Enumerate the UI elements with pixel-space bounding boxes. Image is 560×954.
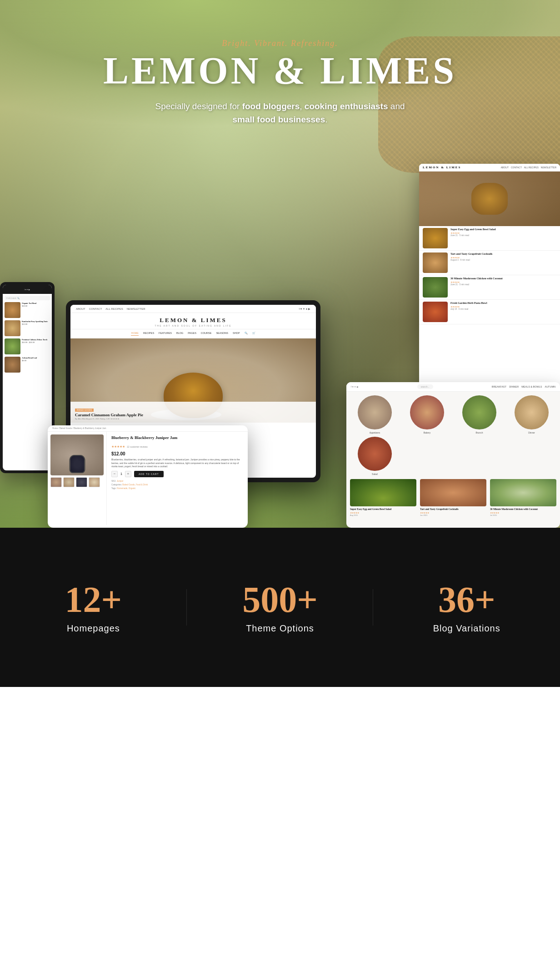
add-to-cart-button[interactable]: ADD TO CART: [134, 471, 164, 477]
mobile-topbar-label: f ♥ ✦ ▶: [25, 288, 30, 291]
category-label-dinner: Dinner: [528, 431, 535, 434]
food-thumb-1: [423, 228, 448, 248]
category-image-dinner[interactable]: [515, 395, 549, 429]
category-image-appetizers[interactable]: [358, 395, 392, 429]
nav-course[interactable]: COURSE: [201, 332, 212, 336]
category-label-appetizers: Appetizers: [370, 431, 380, 434]
grid-content: Appetizers Bakery Brunch Dinner: [346, 392, 560, 520]
article-image-3[interactable]: [490, 479, 556, 506]
article-title-2: Tart and Tasty Grapefruit Cocktails: [420, 508, 486, 510]
device-product-page: Home / Baked Goods / Blueberry & Blackbe…: [48, 425, 248, 528]
food-grid-item-bakery: Bakery: [402, 395, 452, 434]
screen-main-nav: HOME RECIPES FEATURES BLOG PAGES COURSE …: [70, 329, 316, 338]
product-thumb-1[interactable]: [50, 477, 62, 487]
product-image-4: [5, 357, 20, 373]
qty-minus-button[interactable]: −: [111, 471, 118, 477]
article-image-1[interactable]: [350, 479, 416, 506]
device-grid: f ♥ ✦ ▶ search... BREAKFAST DINNER MEALS…: [346, 382, 560, 528]
nav-cart-icon[interactable]: 🛒: [252, 332, 255, 336]
hero-tagline: Bright. Vibrant. Refreshing.: [103, 39, 457, 48]
device-mobile-left: f ♥ ✦ ▶ PURCHASE 🔍 Organic Tea Blend $18…: [0, 282, 55, 473]
right-food-item-3: 30 Minute Mushroom Chicken with Coconut …: [419, 275, 560, 300]
category-image-brunch[interactable]: [462, 395, 496, 429]
qty-plus-button[interactable]: +: [125, 471, 131, 477]
food-thumb-3: [423, 277, 448, 298]
product-price-1: $18.00: [22, 305, 50, 307]
grid-nav-dinner[interactable]: DINNER: [509, 385, 519, 388]
product-price-3: $16.99 - $24.99: [22, 341, 50, 343]
grid-article-2: Tart and Tasty Grapefruit Cocktails ★★★★…: [420, 479, 486, 516]
nav-home[interactable]: HOME: [131, 332, 139, 336]
food-grid-item-dinner: Dinner: [507, 395, 556, 434]
food-meta-4: July 15 · 6 min read: [450, 308, 556, 310]
right-food-item-4: Fresh Garden Herb Pasta Bowl ★★★★★ July …: [419, 300, 560, 324]
mobile-search[interactable]: PURCHASE 🔍: [5, 296, 50, 300]
nav-newsletter[interactable]: NEWSLETTER: [127, 308, 145, 310]
sku-value[interactable]: Juniper: [117, 480, 124, 482]
product-title-2: Kombucha Fizzy Sparkling Tonic: [22, 320, 50, 323]
nav-about[interactable]: ABOUT: [76, 308, 85, 310]
caption-meta: By: Alex Mitzi August 21, 2021 Rating: 5…: [75, 418, 311, 420]
product-gallery: [48, 432, 107, 525]
product-stars: ★★★★★: [111, 445, 125, 449]
nav-shop[interactable]: SHOP: [233, 332, 240, 336]
nav-contact[interactable]: CONTACT: [89, 308, 102, 310]
nav-seasons[interactable]: SEASONS: [216, 332, 228, 336]
food-info-4: Fresh Garden Herb Pasta Bowl ★★★★★ July …: [450, 302, 556, 322]
stat-blog-variations-label: Blog Variations: [373, 623, 560, 634]
product-title-1: Organic Tea Blend: [22, 302, 50, 304]
product-image-2: [5, 320, 20, 336]
food-meta-1: June 21 · 5 min read: [450, 234, 556, 237]
product-qty-row: − 1 + ADD TO CART: [111, 471, 243, 477]
article-title-1: Super Easy Egg and Green Bowl Salad: [350, 508, 416, 510]
right-hero-food: [471, 183, 508, 215]
screen-brand-sub: THE ART AND SOUL OF EATING AND LIFE: [70, 324, 316, 327]
nav-recipes[interactable]: ALL RECIPES: [105, 308, 123, 310]
product-thumb-4[interactable]: [89, 477, 100, 487]
grid-nav-breakfast[interactable]: BREAKFAST: [492, 385, 506, 388]
mobile-screen: f ♥ ✦ ▶ PURCHASE 🔍 Organic Tea Blend $18…: [3, 285, 52, 470]
categories-value[interactable]: Baked Goods, Food & Drink: [122, 484, 148, 486]
grid-header: f ♥ ✦ ▶ search... BREAKFAST DINNER MEALS…: [346, 382, 560, 392]
product-thumb-3[interactable]: [76, 477, 87, 487]
article-title-3: 30 Minute Mushroom Chicken with Coconut: [490, 508, 556, 510]
screen-title-area: LEMON & LIMES THE ART AND SOUL OF EATING…: [70, 313, 316, 329]
category-image-salad[interactable]: [358, 437, 392, 471]
nav-blog[interactable]: BLOG: [176, 332, 183, 336]
food-info-1: Super Easy Egg and Green Bowl Salad ★★★★…: [450, 228, 556, 248]
mobile-content: PURCHASE 🔍 Organic Tea Blend $18.00: [3, 294, 52, 377]
food-thumb-2: [423, 252, 448, 273]
mobile-search-label: PURCHASE: [6, 297, 16, 299]
nav-features[interactable]: FEATURES: [159, 332, 172, 336]
grid-article-3: 30 Minute Mushroom Chicken with Coconut …: [490, 479, 556, 516]
product-breadcrumb: Home / Baked Goods / Blueberry & Blackbe…: [48, 425, 248, 432]
hero-section: Bright. Vibrant. Refreshing. LEMON & LIM…: [0, 0, 560, 528]
product-title-4: Artisan Bread Loaf: [22, 357, 50, 359]
product-thumb-2[interactable]: [63, 477, 75, 487]
stat-theme-options-number: 500+: [187, 581, 374, 618]
tags-value[interactable]: Homemade, Organic: [117, 487, 136, 490]
product-image-3: [5, 338, 20, 354]
food-grid-item-brunch: Brunch: [455, 395, 504, 434]
category-label-salad: Salad: [372, 473, 378, 475]
stat-homepages-number: 12+: [0, 581, 187, 618]
stat-theme-options-label: Theme Options: [187, 623, 374, 634]
grid-nav-autumn[interactable]: AUTUMN: [545, 385, 555, 388]
nav-search-icon[interactable]: 🔍: [245, 332, 248, 336]
right-hero-image: [419, 172, 560, 226]
nav-recipes-main[interactable]: RECIPES: [143, 332, 154, 336]
category-image-bakery[interactable]: [410, 395, 444, 429]
device-right-desktop: LEMON & LIMES ABOUT CONTACT ALL RECIPES …: [419, 164, 560, 391]
food-meta-2: August 3 · 8 min read: [450, 259, 556, 261]
screen-nav-links: ABOUT CONTACT ALL RECIPES NEWSLETTER: [76, 308, 145, 310]
article-meta-1: Aug 2021: [350, 514, 416, 516]
article-image-2[interactable]: [420, 479, 486, 506]
stat-blog-variations-number: 36+: [373, 581, 560, 618]
screen-topbar: ABOUT CONTACT ALL RECIPES NEWSLETTER f ♥…: [70, 305, 316, 313]
grid-search[interactable]: search...: [417, 384, 433, 389]
product-price-2: $12.00: [22, 323, 50, 325]
food-title-2: Tart and Tasty Grapefruit Cocktails: [450, 252, 556, 255]
product-thumbnails: [50, 477, 104, 487]
grid-nav-meals[interactable]: MEALS & BOWLS: [521, 385, 542, 388]
nav-pages[interactable]: PAGES: [188, 332, 196, 336]
